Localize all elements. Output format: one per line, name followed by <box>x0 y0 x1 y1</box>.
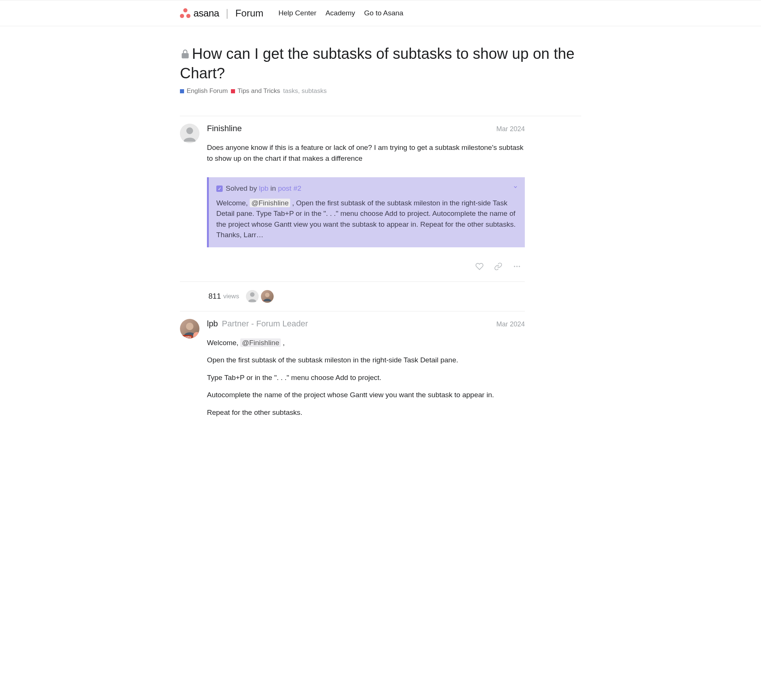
topic-tags: tasks, subtasks <box>283 88 327 95</box>
mention[interactable]: @Finishline <box>240 338 281 347</box>
category-label: Tips and Tricks <box>238 88 280 95</box>
tag-subtasks[interactable]: subtasks <box>301 88 327 94</box>
category-tips-and-tricks[interactable]: Tips and Tricks <box>231 88 280 95</box>
mini-avatar-finishline[interactable] <box>246 290 259 303</box>
comma: , <box>281 339 285 347</box>
post-1: Finishline Mar 2024 Does anyone know if … <box>180 116 525 272</box>
solved-in: in <box>268 184 278 192</box>
post-line: Type Tab+P or in the ". . ." menu choose… <box>207 372 525 383</box>
asana-dots-icon <box>180 8 190 18</box>
asana-wordmark: asana <box>193 8 219 19</box>
svg-point-7 <box>265 293 269 297</box>
check-icon: ✓ <box>216 186 223 192</box>
post-header: lpb Partner - Forum Leader Mar 2024 <box>207 319 525 329</box>
category-label: English Forum <box>187 88 228 95</box>
topic-title-row: How can I get the subtasks of subtasks t… <box>180 44 581 83</box>
logo-divider: | <box>225 7 228 19</box>
categories-row: English Forum Tips and Tricks tasks, sub… <box>180 88 581 95</box>
post-actions <box>207 262 525 272</box>
post-date[interactable]: Mar 2024 <box>496 125 525 133</box>
lock-icon <box>180 45 190 64</box>
category-color-icon <box>231 89 235 93</box>
welcome-text: Welcome, <box>207 339 240 347</box>
forum-label[interactable]: Forum <box>235 8 263 19</box>
topic-title: How can I get the subtasks of subtasks t… <box>180 44 581 83</box>
svg-point-3 <box>516 266 518 267</box>
topic-title-text: How can I get the subtasks of subtasks t… <box>180 45 575 81</box>
chevron-down-icon[interactable] <box>513 184 518 192</box>
asana-logo[interactable]: asana <box>180 8 219 19</box>
post-line: Autocomplete the name of the project who… <box>207 390 525 401</box>
solved-box[interactable]: ✓ Solved by lpb in post #2 Welcome, @Fin… <box>207 177 525 247</box>
solved-post-link[interactable]: post #2 <box>278 184 301 192</box>
topic-stats: 811 views ● <box>180 281 525 311</box>
svg-point-8 <box>186 323 193 330</box>
username[interactable]: Finishline <box>207 123 242 133</box>
status-dot-icon <box>193 332 199 338</box>
nav-help-center[interactable]: Help Center <box>279 9 316 17</box>
user-title: Partner - Forum Leader <box>222 319 308 328</box>
nav-go-to-asana[interactable]: Go to Asana <box>364 9 403 17</box>
post-line: Welcome, @Finishline , <box>207 338 525 348</box>
tag-tasks[interactable]: tasks <box>283 88 298 94</box>
nav-academy[interactable]: Academy <box>326 9 355 17</box>
site-header: asana | Forum Help Center Academy Go to … <box>0 0 761 26</box>
svg-point-1 <box>186 127 193 134</box>
solved-preview: Welcome, @Finishline , Open the first su… <box>216 198 517 241</box>
category-color-icon <box>180 89 184 93</box>
heart-icon[interactable] <box>475 262 484 272</box>
views-count: 811 <box>208 292 221 300</box>
header-nav: Help Center Academy Go to Asana <box>279 9 403 17</box>
mini-avatar-lpb[interactable]: ● <box>261 290 274 303</box>
post-date[interactable]: Mar 2024 <box>496 320 525 328</box>
participant-avatars: ● <box>246 290 274 303</box>
post-line: Repeat for the other subtasks. <box>207 407 525 418</box>
post-header: Finishline Mar 2024 <box>207 123 525 133</box>
category-english-forum[interactable]: English Forum <box>180 88 228 95</box>
link-icon[interactable] <box>494 262 502 272</box>
logo-group[interactable]: asana | Forum <box>180 7 263 19</box>
svg-point-6 <box>250 292 255 297</box>
post-text: Does anyone know if this is a feature or… <box>207 142 525 164</box>
solved-prefix: Solved by <box>225 184 259 192</box>
solver-link[interactable]: lpb <box>259 184 268 192</box>
post-2: ● Certifie lpb Partner - Forum Leader Ma… <box>180 311 525 425</box>
post-content: Welcome, @Finishline , Open the first su… <box>207 338 525 418</box>
more-icon[interactable] <box>513 262 521 272</box>
svg-point-2 <box>514 266 515 267</box>
mention[interactable]: @Finishline <box>250 198 290 207</box>
post-content: Does anyone know if this is a feature or… <box>207 142 525 247</box>
certified-badge-icon: ● <box>261 300 263 303</box>
username[interactable]: lpb <box>207 319 218 328</box>
views-label: views <box>223 293 239 300</box>
solved-welcome: Welcome, <box>216 199 250 207</box>
post-line: Open the first subtask of the subtask mi… <box>207 355 525 366</box>
avatar-lpb[interactable]: ● Certifie <box>180 319 199 338</box>
avatar-finishline[interactable] <box>180 123 199 143</box>
solved-header: ✓ Solved by lpb in post #2 <box>216 183 517 194</box>
certified-badge-icon: ● Certifie <box>180 335 193 338</box>
svg-point-4 <box>519 266 520 267</box>
